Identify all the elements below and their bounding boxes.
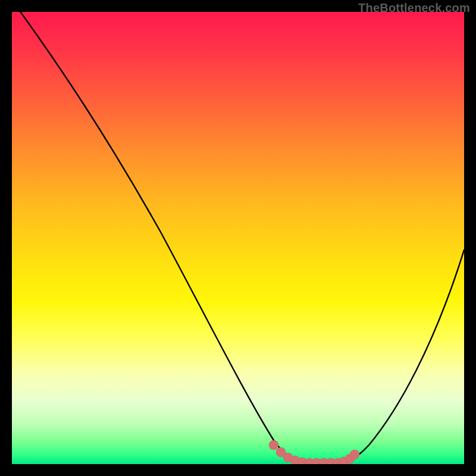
svg-point-0 <box>269 440 278 450</box>
valley-dots <box>269 440 359 464</box>
bottleneck-curve <box>12 12 464 463</box>
watermark-text: TheBottleneck.com <box>358 1 470 15</box>
plot-area <box>12 12 464 464</box>
svg-point-12 <box>350 450 359 459</box>
curve-layer <box>12 12 464 464</box>
chart-frame: TheBottleneck.com <box>0 0 476 476</box>
